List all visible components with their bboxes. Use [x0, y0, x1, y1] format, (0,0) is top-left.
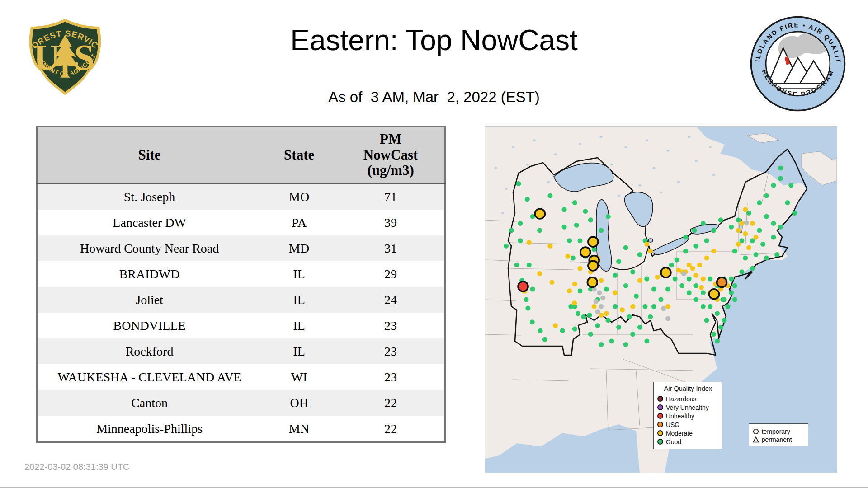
site-dot-good	[587, 313, 592, 318]
very_unhealthy-swatch-icon	[657, 404, 663, 410]
decor-lake	[554, 153, 557, 155]
site-dot-moderate	[565, 254, 570, 259]
site-dot-good	[576, 311, 580, 316]
site-dot-good	[704, 238, 709, 243]
site-dot-good	[648, 314, 653, 319]
site-dot-good	[757, 200, 762, 205]
decor-lake	[652, 167, 655, 169]
site-dot-good	[524, 297, 529, 302]
table-row: BRAIDWDIL29	[37, 261, 445, 287]
decor-lake	[677, 181, 680, 183]
site-dot-moderate	[613, 290, 618, 295]
wildfire-program-logo: WILDLAND FIRE • AIR QUALITY RESPONSE PRO…	[749, 14, 847, 113]
site-dot-good	[683, 235, 688, 240]
site-dot-good	[771, 183, 776, 188]
decor-lake	[660, 191, 662, 193]
aqi-map: Air Quality Index HazardousVery Unhealth…	[485, 126, 837, 473]
site-dot-good	[729, 225, 734, 230]
cell-value: 22	[337, 390, 445, 416]
cell-site: Canton	[37, 390, 262, 416]
site-dot-good	[627, 314, 632, 319]
site-dot-good	[642, 304, 647, 309]
aqi-legend-label: Unhealthy	[666, 413, 694, 419]
nowcast-table-header: Site State PM NowCast (ug/m3)	[37, 127, 445, 183]
site-dot-good	[525, 306, 530, 311]
site-dot-moderate	[736, 242, 741, 247]
site-dot-good	[562, 225, 567, 230]
legend-item-permanent: permanent	[753, 436, 805, 443]
site-dot-good	[530, 287, 535, 292]
column-header-site: Site	[37, 127, 262, 183]
site-dot-good	[764, 214, 769, 219]
site-dot-moderate	[743, 231, 748, 236]
site-dot-good	[764, 256, 769, 261]
table-row: JolietIL24	[37, 287, 445, 313]
aqi-legend-item-usg: USG	[657, 422, 719, 428]
site-dot-good	[637, 252, 642, 257]
site-dot-moderate	[693, 273, 698, 278]
site-dot-good	[708, 277, 712, 282]
site-dot-good	[732, 283, 737, 288]
site-dot-good	[588, 217, 593, 222]
site-dot-good	[527, 263, 532, 267]
hazardous-swatch-icon	[657, 396, 663, 402]
aqi-legend-label: Very Unhealthy	[666, 404, 709, 411]
table-row: Howard County Near RoadMD31	[37, 235, 445, 261]
site-dot-good	[778, 176, 783, 181]
top-site-marker-moderate	[588, 261, 598, 271]
site-dot-inactive	[594, 299, 599, 304]
site-dot-good	[644, 277, 649, 282]
site-dot-good	[599, 228, 604, 233]
site-dot-inactive	[600, 296, 605, 300]
decor-lake	[730, 140, 732, 141]
site-dot-moderate	[547, 244, 552, 249]
cell-state: MD	[261, 235, 337, 261]
aqi-legend-item-hazardous: Hazardous	[657, 396, 719, 402]
decor-lake	[646, 140, 648, 141]
site-dot-good	[722, 318, 727, 323]
aqi-legend-label: Hazardous	[666, 396, 697, 402]
site-dot-moderate	[739, 221, 744, 226]
site-dot-moderate	[604, 311, 609, 316]
site-dot-good	[592, 247, 597, 252]
aqi-legend-label: Good	[666, 439, 681, 445]
site-dot-moderate	[746, 245, 751, 250]
aqi-legend-label: Moderate	[666, 430, 693, 436]
site-dot-good	[711, 228, 716, 233]
site-dot-good	[609, 338, 614, 343]
site-dot-moderate	[630, 304, 635, 309]
site-dot-good	[560, 328, 565, 333]
cell-value: 24	[337, 287, 445, 313]
cell-value: 22	[337, 416, 445, 442]
site-dot-moderate	[665, 304, 670, 309]
site-dot-good	[606, 318, 611, 323]
site-dot-good	[718, 325, 723, 330]
unhealthy-swatch-icon	[657, 413, 663, 419]
site-dot-good	[595, 323, 600, 328]
top-site-marker-moderate	[588, 237, 598, 247]
decor-lake	[617, 195, 620, 197]
table-row: WAUKESHA - CLEVELAND AVEWI23	[37, 364, 445, 390]
site-dot-good	[754, 252, 759, 257]
site-dot-moderate	[567, 288, 572, 293]
site-dot-good	[634, 294, 639, 299]
aqi-legend-items: HazardousVery UnhealthyUnhealthyUSGModer…	[657, 396, 719, 445]
top-site-marker-moderate	[661, 267, 671, 277]
legend-label-temporary: temporary	[762, 428, 790, 435]
cell-state: WI	[261, 364, 337, 390]
decor-lake	[737, 157, 740, 159]
site-dot-good	[760, 242, 765, 247]
decor-lake	[533, 140, 536, 141]
legend-item-temporary: temporary	[753, 428, 805, 435]
site-dot-moderate	[572, 282, 577, 286]
aqi-legend-title: Air Quality Index	[657, 385, 719, 392]
table-row: CantonOH22	[37, 390, 445, 416]
site-dot-moderate	[572, 300, 577, 305]
site-dot-moderate	[750, 221, 755, 226]
site-dot-moderate	[637, 278, 642, 283]
cell-value: 23	[337, 313, 445, 338]
site-dot-good	[665, 287, 670, 292]
column-header-pm-nowcast: PM NowCast (ug/m3)	[337, 127, 445, 183]
site-dot-good	[616, 325, 621, 330]
site-dot-good	[732, 249, 737, 253]
